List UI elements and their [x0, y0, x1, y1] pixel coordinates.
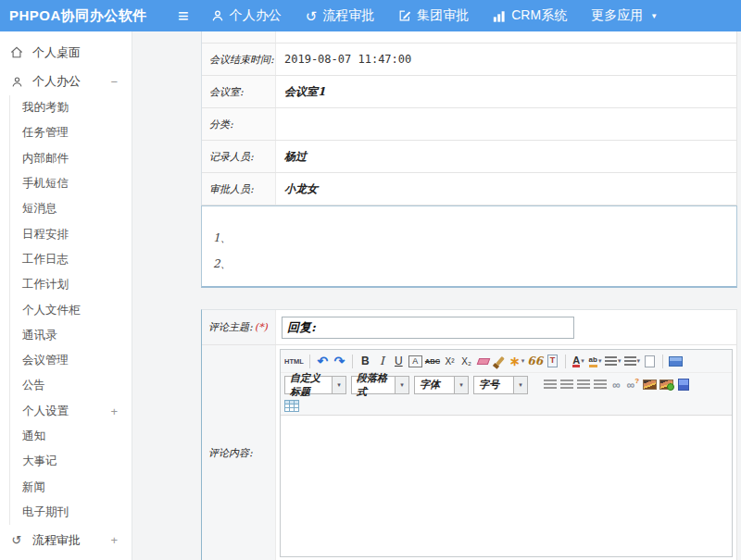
meeting-detail-table: 会议结束时间: 2019-08-07 11:47:00 会议室: 会议室1 分类…	[201, 31, 737, 205]
insert-table-button[interactable]	[284, 397, 299, 414]
blockquote-button[interactable]: 66	[527, 353, 543, 369]
home-icon	[9, 46, 24, 58]
sidebar-item-mobile-sms[interactable]: 手机短信	[10, 171, 132, 196]
redo-icon[interactable]: ↷	[333, 353, 346, 369]
content-line: 2、	[213, 251, 736, 277]
new-page-button[interactable]	[643, 353, 657, 369]
sidebar-item-announcement[interactable]: 公告	[10, 373, 132, 398]
caret-down-icon: ▾	[454, 377, 468, 393]
sidebar-item-news[interactable]: 新闻	[10, 474, 132, 499]
top-header: PHPOA协同办公软件 ≡ 个人办公 ↺ 流程审批 集团审批 CRM系统 更多应…	[0, 0, 741, 31]
bold-button[interactable]: B	[358, 353, 372, 369]
sidebar-item-label: 工作计划	[22, 277, 69, 292]
sidebar-item-short-message[interactable]: 短消息	[10, 196, 132, 221]
sidebar-item-internal-mail[interactable]: 内部邮件	[10, 146, 132, 171]
font-family-dropdown[interactable]: 字体 ▾	[414, 376, 469, 394]
text-box-icon: T	[547, 355, 559, 367]
caret-down-icon: ▾	[637, 357, 641, 365]
html-source-button[interactable]: HTML	[284, 353, 304, 369]
nav-more-apps[interactable]: 更多应用 ▼	[591, 7, 658, 24]
collapse-toggle-icon[interactable]: −	[110, 75, 118, 89]
sidebar-item-label: 工作日志	[22, 252, 69, 268]
sidebar-item-personal-settings[interactable]: 个人设置 +	[10, 399, 132, 424]
subscript-button[interactable]: X₂	[459, 353, 473, 369]
remove-format-button[interactable]	[476, 353, 490, 369]
dropdown-label: 自定义标题	[285, 377, 332, 393]
chain-icon: ∞	[627, 379, 635, 392]
expand-toggle-icon[interactable]: +	[110, 404, 118, 418]
nav-process-approval[interactable]: ↺ 流程审批	[306, 7, 375, 24]
image-icon	[643, 380, 657, 390]
sidebar-item-process-approval[interactable]: ↺ 流程审批 +	[0, 525, 132, 555]
remove-link-button[interactable]: ∞?	[626, 377, 640, 393]
italic-button[interactable]: I	[375, 353, 389, 369]
sidebar-item-attendance[interactable]: 我的考勤	[10, 95, 132, 120]
sidebar-item-label: 日程安排	[22, 227, 69, 243]
sidebar-item-memorabilia[interactable]: 大事记	[10, 449, 132, 474]
rich-text-editor: HTML ↶ ↷ B I U A ABC X² X₂ ∗	[280, 349, 733, 557]
align-justify-button[interactable]	[593, 377, 607, 393]
expand-toggle-icon[interactable]: +	[110, 533, 118, 547]
sidebar-item-contacts[interactable]: 通讯录	[10, 323, 132, 348]
highlight-button[interactable]: ab▾	[588, 353, 602, 369]
font-size-dropdown[interactable]: 字号 ▾	[473, 376, 528, 394]
undo-icon[interactable]: ↶	[316, 353, 330, 369]
sidebar-item-notice[interactable]: 通知	[10, 424, 132, 449]
sidebar-item-e-journal[interactable]: 电子期刊	[10, 500, 132, 525]
toolbar-separator	[565, 355, 566, 368]
sidebar-item-work-plan[interactable]: 工作计划	[10, 272, 132, 297]
insert-link-button[interactable]: ∞	[609, 377, 623, 393]
table-row: 分类:	[202, 108, 736, 141]
highlight-icon: ab	[589, 355, 597, 367]
upload-image-button[interactable]	[659, 377, 673, 393]
sidebar-item-meeting-management[interactable]: 会议管理	[10, 348, 132, 373]
sidebar-item-personal-desktop[interactable]: 个人桌面	[0, 37, 132, 68]
sidebar-item-work-log[interactable]: 工作日志	[10, 247, 132, 272]
sidebar-item-label: 我的考勤	[22, 100, 69, 116]
unordered-list-button[interactable]: ▾	[624, 353, 641, 369]
sidebar-item-task-management[interactable]: 任务管理	[10, 120, 132, 145]
hamburger-menu-icon[interactable]: ≡	[178, 6, 189, 25]
content-line: 1、	[213, 225, 736, 251]
insert-media-button[interactable]	[676, 377, 690, 393]
font-style-button[interactable]: A	[408, 355, 422, 367]
comment-content-row: 评论内容: HTML ↶ ↷ B I U A ABC	[202, 345, 736, 560]
nav-crm[interactable]: CRM系统	[493, 7, 567, 24]
fullscreen-button[interactable]	[669, 353, 683, 369]
sidebar-item-label: 手机短信	[22, 176, 69, 192]
font-color-button[interactable]: A▾	[571, 353, 585, 369]
user-icon	[9, 76, 24, 88]
field-label: 分类:	[202, 108, 276, 140]
comment-content-editor-area[interactable]	[281, 416, 732, 556]
superscript-button[interactable]: X²	[443, 353, 457, 369]
nav-group-approval[interactable]: 集团审批	[398, 7, 469, 24]
strikethrough-button[interactable]: ABC	[425, 353, 440, 369]
caret-down-icon: ▾	[581, 357, 584, 365]
comment-form: 评论主题: (*) 评论内容: HTML ↶ ↷	[201, 309, 737, 560]
paragraph-format-dropdown[interactable]: 段落格式 ▾	[351, 376, 409, 394]
insert-image-button[interactable]	[643, 377, 657, 393]
table-icon	[284, 400, 299, 412]
color-effects-button[interactable]: ∗▾	[509, 353, 524, 369]
align-right-button[interactable]	[576, 377, 590, 393]
underline-button[interactable]: U	[392, 353, 406, 369]
sidebar-item-schedule[interactable]: 日程安排	[10, 221, 132, 246]
custom-heading-dropdown[interactable]: 自定义标题 ▾	[284, 376, 346, 394]
sidebar-item-label: 大事记	[22, 454, 57, 469]
ordered-list-button[interactable]: ▾	[605, 353, 622, 369]
align-center-button[interactable]	[559, 377, 573, 393]
insert-text-box-button[interactable]: T	[546, 353, 559, 369]
nav-personal-office[interactable]: 个人办公	[211, 7, 282, 24]
editor-toolbar-row-2: 自定义标题 ▾ 段落格式 ▾ 字体 ▾ 字号 ▾	[281, 372, 732, 396]
caret-down-icon: ▾	[332, 377, 345, 393]
table-row	[202, 31, 736, 44]
align-left-button[interactable]	[543, 377, 557, 393]
caret-down-icon: ▾	[618, 357, 622, 365]
field-label: 会议结束时间:	[202, 44, 276, 75]
monitor-icon	[669, 356, 683, 367]
sidebar-item-personal-office[interactable]: 个人办公 −	[0, 68, 132, 95]
sidebar-item-label: 内部邮件	[22, 151, 69, 167]
comment-subject-input[interactable]	[282, 317, 574, 339]
format-painter-button[interactable]	[493, 353, 507, 369]
sidebar-item-file-cabinet[interactable]: 个人文件柜	[10, 297, 132, 322]
